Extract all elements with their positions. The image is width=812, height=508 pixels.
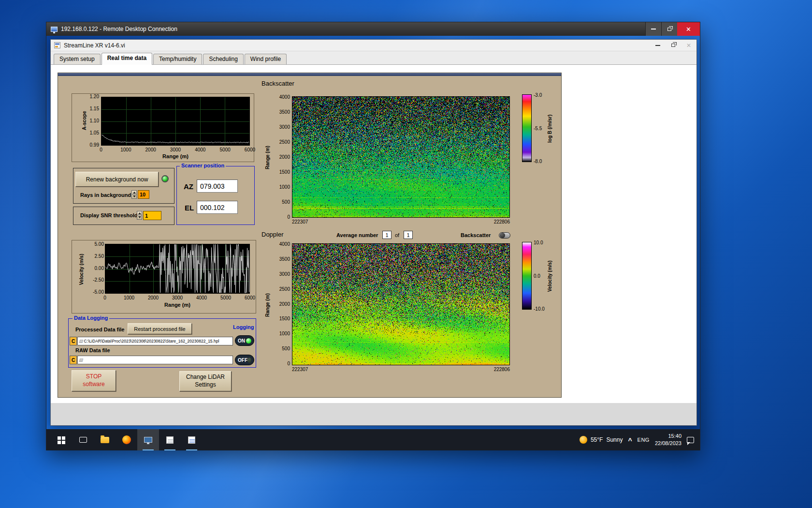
scan-scheduler-taskbar-button[interactable] (159, 429, 181, 450)
of-label: of (395, 232, 399, 238)
off-label: OFF (238, 358, 247, 363)
firefox-button[interactable] (116, 429, 137, 450)
elevation-value-field[interactable]: 000.102 (197, 201, 238, 214)
weather-desc: Sunny (606, 436, 623, 443)
document-app-taskbar-button[interactable] (181, 429, 203, 450)
streamline-taskbar-button[interactable] (137, 429, 159, 450)
tick-label: 3000 (168, 147, 183, 152)
tick-label: 2000 (279, 301, 290, 307)
notification-center-icon[interactable] (687, 437, 694, 443)
tick-label: 1000 (122, 295, 136, 300)
spin-up-icon[interactable] (137, 211, 142, 215)
rays-spinner[interactable] (131, 190, 137, 199)
backscatter-section-title: Backscatter (261, 80, 294, 87)
file-explorer-button[interactable] (94, 429, 116, 450)
tick-label: 2500 (279, 286, 290, 292)
windows-logo-icon (58, 436, 61, 440)
rdp-monitor-icon (51, 27, 58, 32)
ascope-y-ticks: 1.201.151.101.050.99 (84, 94, 99, 148)
doppler-section-title: Doppler (261, 231, 284, 238)
rdp-titlebar[interactable]: 192.168.0.122 - Remote Desktop Connectio… (46, 22, 700, 36)
task-view-button[interactable] (72, 429, 94, 450)
tick-label: 0 (98, 295, 112, 300)
azimuth-value-field[interactable]: 079.003 (197, 179, 238, 193)
processed-drive-button[interactable]: C (70, 337, 77, 345)
settings-line1: Change LiDAR (186, 374, 225, 381)
language-indicator[interactable]: ENG (638, 437, 650, 443)
logging-label: Logging (233, 324, 254, 330)
panel-top-decoration (58, 73, 561, 76)
app-titlebar[interactable]: StreamLine XR v14-6.vi ✕ (51, 40, 696, 51)
weather-widget[interactable]: 55°F Sunny (580, 436, 623, 444)
rdp-caption-buttons: ✕ (645, 22, 700, 36)
start-button[interactable] (50, 429, 72, 450)
velocity-plot-canvas (105, 244, 250, 294)
tab-wind-profile[interactable]: Wind profile (245, 54, 287, 64)
tick-label: -5.00 (93, 289, 104, 295)
background-status-led (161, 175, 169, 182)
tick-label: 1.10 (90, 118, 99, 123)
tick-label: 3000 (170, 295, 185, 300)
snr-threshold-label: Display SNR threshold (80, 212, 138, 218)
average-total-field[interactable]: 1 (404, 231, 413, 239)
rays-value-field[interactable]: 10 (138, 190, 149, 199)
rays-in-background-label: Rays in background (80, 192, 131, 198)
tab-scheduling[interactable]: Scheduling (203, 54, 243, 64)
tick-label: 222307 (292, 219, 308, 224)
velocity-y-axis-label: Velocity (m/s) (79, 245, 84, 294)
doppler-y-axis-label: Range (m) (265, 278, 270, 332)
raw-logging-toggle[interactable]: OFF (235, 355, 254, 365)
window-bottom-strip (51, 403, 696, 425)
snr-value-field[interactable]: 1 (143, 211, 161, 220)
backscatter-y-axis-label: Range (m) (265, 131, 270, 184)
snr-spinner[interactable] (137, 211, 142, 220)
tick-label: 4000 (193, 147, 207, 152)
sun-icon (580, 436, 587, 444)
tick-label: 3000 (279, 124, 290, 130)
raw-drive-button[interactable]: C (70, 356, 77, 364)
app-minimize-button[interactable] (650, 40, 666, 51)
restart-processed-file-button[interactable]: Restart processed file (128, 323, 192, 334)
app-close-button[interactable]: ✕ (681, 40, 696, 51)
rdp-close-button[interactable]: ✕ (677, 22, 700, 36)
stop-software-button[interactable]: STOP software (72, 370, 116, 391)
rdp-minimize-button[interactable] (645, 22, 661, 36)
tab-system-setup[interactable]: System setup (54, 54, 101, 64)
spin-down-icon[interactable] (132, 194, 136, 198)
renew-background-button[interactable]: Renew background now (75, 172, 159, 187)
processed-path-text: C:\LiDAR\Data\Proc\2023\202308\20230822\… (84, 339, 219, 344)
stop-line1: STOP (86, 373, 102, 381)
rdp-window: 192.168.0.122 - Remote Desktop Connectio… (46, 22, 700, 450)
tick-label: 1.15 (90, 106, 99, 111)
spin-down-icon[interactable] (137, 215, 142, 219)
average-number-label: Average number (336, 232, 378, 238)
tab-real-time-data[interactable]: Real time data (102, 53, 152, 65)
tick-label: -5.5 (534, 126, 542, 131)
browse-icon[interactable]: ▤ (78, 339, 84, 344)
tick-label: 3000 (279, 271, 290, 277)
tab-temp-humidity[interactable]: Temp/humidity (153, 54, 202, 64)
average-number-field[interactable]: 1 (382, 231, 392, 239)
tick-label: 2000 (146, 295, 160, 300)
raw-path-field[interactable]: ▤ (77, 356, 233, 364)
processed-logging-toggle[interactable]: ON (235, 335, 254, 346)
tick-label: 1000 (279, 331, 290, 336)
app-restore-button[interactable] (666, 40, 681, 51)
taskbar-clock[interactable]: 15:40 22/08/2023 (655, 433, 682, 447)
minimize-icon (651, 29, 656, 30)
snr-threshold-group: Display SNR threshold 1 (73, 207, 174, 225)
processed-path-field[interactable]: ▤C:\LiDAR\Data\Proc\2023\202308\20230822… (77, 337, 233, 345)
scan-schedule-icon (166, 436, 174, 444)
app-title: StreamLine XR v14-6.vi (64, 42, 125, 49)
rdp-restore-button[interactable] (661, 22, 677, 36)
backscatter-display-toggle[interactable] (499, 232, 510, 239)
tray-chevron-up-icon[interactable]: ^ (628, 438, 632, 443)
ascope-x-axis-label: Range (m) (102, 153, 249, 159)
browse-icon[interactable]: ▤ (78, 358, 84, 362)
backscatter-colorbar-label: log B (/m/sr) (547, 105, 552, 153)
spin-up-icon[interactable] (132, 191, 136, 194)
tick-label: 0.0 (534, 273, 540, 279)
change-lidar-settings-button[interactable]: Change LiDAR Settings (179, 371, 232, 391)
azimuth-label: AZ (184, 182, 193, 191)
tick-label: -3.0 (534, 92, 542, 98)
